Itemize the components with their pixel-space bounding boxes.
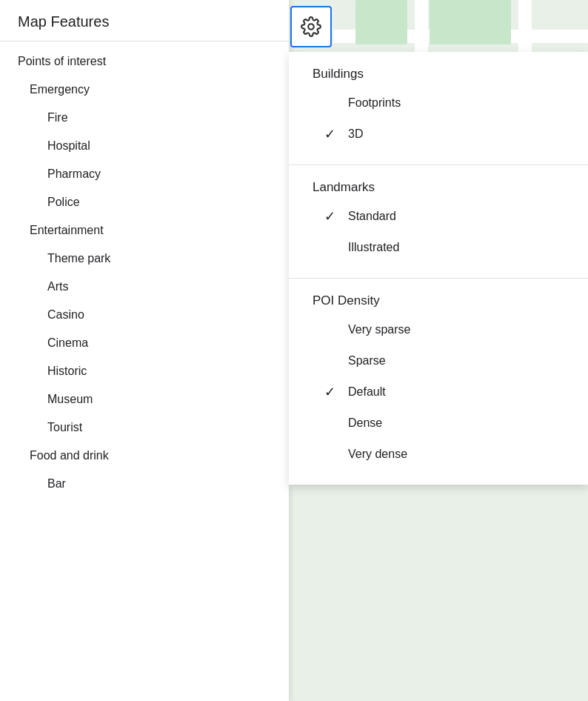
right-panel: Buildings✓Footprints✓3DLandmarks✓Standar… (289, 52, 588, 485)
option-label: Default (348, 385, 386, 399)
feature-list-item[interactable]: Entertainment (0, 216, 289, 245)
section-option[interactable]: ✓Illustrated (313, 232, 564, 263)
section-option[interactable]: ✓Footprints (313, 87, 564, 119)
feature-list-item[interactable]: Bar (0, 470, 289, 498)
section-option[interactable]: ✓Standard (313, 201, 564, 232)
left-panel: Map Features Points of interestEmergency… (0, 0, 289, 701)
section-option[interactable]: ✓Sparse (313, 345, 564, 376)
main-container: Map Features Points of interestEmergency… (0, 0, 588, 701)
feature-list: Points of interestEmergencyFireHospitalP… (0, 41, 289, 504)
gear-button[interactable] (290, 6, 332, 47)
section-title: POI Density (313, 293, 564, 308)
gear-icon (301, 16, 321, 37)
panel-header: Map Features (0, 0, 289, 41)
feature-list-item[interactable]: Police (0, 188, 289, 216)
panel-title: Map Features (18, 13, 109, 30)
section-title: Landmarks (313, 180, 564, 195)
feature-list-item[interactable]: Museum (0, 385, 289, 413)
right-section-0: Buildings✓Footprints✓3D (289, 52, 588, 165)
section-option[interactable]: ✓Dense (313, 408, 564, 439)
option-label: Dense (348, 416, 382, 430)
check-icon: ✓ (324, 384, 345, 400)
section-option[interactable]: ✓Default (313, 376, 564, 408)
right-section-2: POI Density✓Very sparse✓Sparse✓Default✓D… (289, 278, 588, 485)
section-option[interactable]: ✓3D (313, 119, 564, 150)
option-label: Standard (348, 210, 396, 223)
feature-list-item[interactable]: Arts (0, 273, 289, 301)
option-label: Very dense (348, 448, 407, 461)
right-section-1: Landmarks✓Standard✓Illustrated (289, 165, 588, 278)
feature-list-item[interactable]: Points of interest (0, 47, 289, 76)
feature-list-item[interactable]: Emergency (0, 76, 289, 104)
svg-point-0 (308, 24, 313, 29)
option-label: Very sparse (348, 323, 410, 336)
feature-list-item[interactable]: Theme park (0, 245, 289, 273)
feature-list-item[interactable]: Casino (0, 301, 289, 329)
feature-list-item[interactable]: Historic (0, 357, 289, 385)
check-icon: ✓ (324, 126, 345, 142)
section-option[interactable]: ✓Very sparse (313, 314, 564, 345)
option-label: 3D (348, 127, 363, 141)
option-label: Illustrated (348, 241, 399, 254)
option-label: Sparse (348, 354, 386, 368)
option-label: Footprints (348, 96, 401, 110)
feature-list-item[interactable]: Food and drink (0, 442, 289, 470)
section-option[interactable]: ✓Very dense (313, 439, 564, 470)
feature-list-item[interactable]: Hospital (0, 132, 289, 160)
feature-list-item[interactable]: Cinema (0, 329, 289, 357)
feature-list-item[interactable]: Tourist (0, 413, 289, 442)
feature-list-item[interactable]: Pharmacy (0, 160, 289, 188)
check-icon: ✓ (324, 208, 345, 225)
feature-list-item[interactable]: Fire (0, 104, 289, 132)
section-title: Buildings (313, 67, 564, 82)
